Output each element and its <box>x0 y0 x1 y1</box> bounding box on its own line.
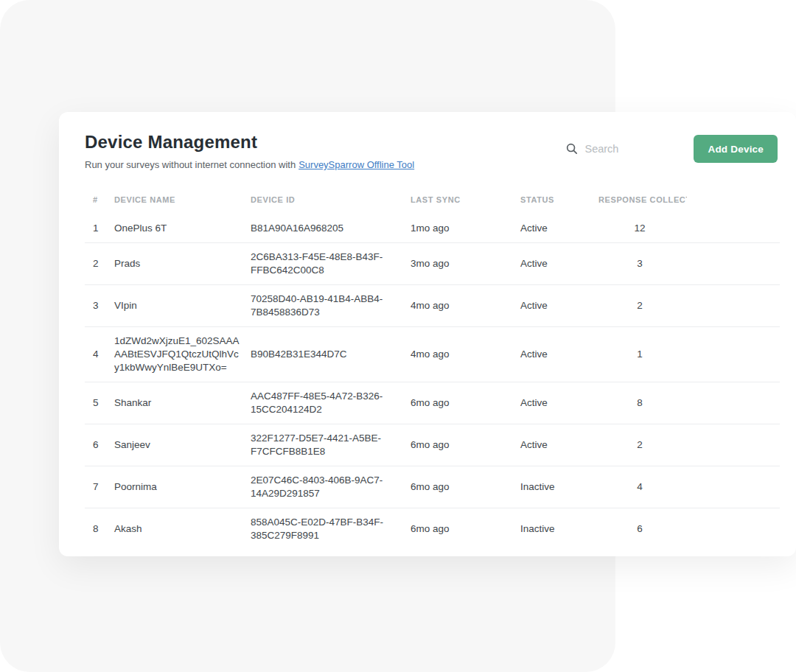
cell-last-sync: 4mo ago <box>411 285 520 327</box>
cell-status: Active <box>520 243 598 285</box>
cell-last-sync: 4mo ago <box>411 327 520 382</box>
cell-device-name: Shankar <box>114 382 251 424</box>
page-subtitle: Run your surveys without internet connec… <box>85 158 414 172</box>
cell-device-name: 1dZWd2wXjzuE1_602SAAAAABtESVJFQ1QtczUtQl… <box>114 327 251 382</box>
table-row: 4 1dZWd2wXjzuE1_602SAAAAABtESVJFQ1QtczUt… <box>85 327 780 382</box>
column-header-last-sync: LAST SYNC <box>411 182 520 214</box>
cell-filler <box>687 382 780 424</box>
cell-device-name: Prads <box>114 243 251 285</box>
cell-response-collected: 4 <box>598 466 687 508</box>
cell-response-collected: 1 <box>598 327 687 382</box>
cell-filler <box>687 243 780 285</box>
cell-device-id: 858A045C-E02D-47BF-B34F-385C279F8991 <box>251 508 411 550</box>
subtitle-text: Run your surveys without internet connec… <box>85 159 296 170</box>
devices-table: # DEVICE NAME DEVICE ID LAST SYNC STATUS… <box>85 182 780 550</box>
cell-device-name: Poornima <box>114 466 251 508</box>
search-icon <box>566 143 578 155</box>
cell-row-number: 5 <box>85 382 114 424</box>
search-input[interactable] <box>584 143 671 155</box>
cell-device-id: 322F1277-D5E7-4421-A5BE-F7CFCFB8B1E8 <box>251 424 411 466</box>
table-row: 6 Sanjeev 322F1277-D5E7-4421-A5BE-F7CFCF… <box>85 424 780 466</box>
cell-device-name: Akash <box>114 508 251 550</box>
cell-last-sync: 6mo ago <box>411 424 520 466</box>
table-row: 3 VIpin 70258D40-AB19-41B4-ABB4-7B845883… <box>85 285 780 327</box>
cell-status: Inactive <box>520 466 598 508</box>
cell-status: Active <box>520 214 598 243</box>
cell-last-sync: 3mo ago <box>411 243 520 285</box>
cell-device-id: 2E07C46C-8403-406B-9AC7-14A29D291857 <box>251 466 411 508</box>
table-header-row: # DEVICE NAME DEVICE ID LAST SYNC STATUS… <box>85 182 780 214</box>
cell-response-collected: 3 <box>598 243 687 285</box>
table-row: 7 Poornima 2E07C46C-8403-406B-9AC7-14A29… <box>85 466 780 508</box>
cell-last-sync: 6mo ago <box>411 382 520 424</box>
column-header-filler <box>687 182 780 214</box>
cell-status: Active <box>520 424 598 466</box>
device-management-card: Device Management Run your surveys witho… <box>59 112 796 556</box>
cell-filler <box>687 327 780 382</box>
cell-filler <box>687 466 780 508</box>
title-block: Device Management Run your surveys witho… <box>85 131 414 172</box>
table-row: 2 Prads 2C6BA313-F45E-48E8-B43F-FFBC642C… <box>85 243 780 285</box>
cell-response-collected: 8 <box>598 382 687 424</box>
cell-last-sync: 6mo ago <box>411 466 520 508</box>
cell-device-id: 2C6BA313-F45E-48E8-B43F-FFBC642C00C8 <box>251 243 411 285</box>
cell-device-id: AAC487FF-48E5-4A72-B326-15CC204124D2 <box>251 382 411 424</box>
cell-filler <box>687 424 780 466</box>
column-header-device-id: DEVICE ID <box>251 182 411 214</box>
search-box <box>566 143 671 155</box>
cell-last-sync: 1mo ago <box>411 214 520 243</box>
cell-response-collected: 12 <box>598 214 687 243</box>
devices-table-wrap: # DEVICE NAME DEVICE ID LAST SYNC STATUS… <box>59 172 796 550</box>
cell-device-name: VIpin <box>114 285 251 327</box>
cell-device-id: 70258D40-AB19-41B4-ABB4-7B8458836D73 <box>251 285 411 327</box>
cell-status: Active <box>520 327 598 382</box>
cell-device-id: B90B42B31E344D7C <box>251 327 411 382</box>
page-title: Device Management <box>85 131 414 153</box>
cell-status: Inactive <box>520 508 598 550</box>
cell-status: Active <box>520 382 598 424</box>
cell-row-number: 7 <box>85 466 114 508</box>
cell-status: Active <box>520 285 598 327</box>
table-row: 5 Shankar AAC487FF-48E5-4A72-B326-15CC20… <box>85 382 780 424</box>
header-controls: Add Device <box>566 135 778 163</box>
cell-row-number: 3 <box>85 285 114 327</box>
cell-row-number: 6 <box>85 424 114 466</box>
cell-row-number: 8 <box>85 508 114 550</box>
cell-response-collected: 6 <box>598 508 687 550</box>
table-row: 1 OnePlus 6T B81A90A16A968205 1mo ago Ac… <box>85 214 780 243</box>
cell-response-collected: 2 <box>598 285 687 327</box>
cell-device-id: B81A90A16A968205 <box>251 214 411 243</box>
column-header-num: # <box>85 182 114 214</box>
cell-filler <box>687 285 780 327</box>
cell-row-number: 1 <box>85 214 114 243</box>
cell-device-name: Sanjeev <box>114 424 251 466</box>
table-row: 8 Akash 858A045C-E02D-47BF-B34F-385C279F… <box>85 508 780 550</box>
column-header-device-name: DEVICE NAME <box>114 182 251 214</box>
cell-filler <box>687 508 780 550</box>
column-header-status: STATUS <box>520 182 598 214</box>
column-header-response-collected: RESPONSE COLLECTED <box>598 182 687 214</box>
cell-response-collected: 2 <box>598 424 687 466</box>
cell-row-number: 4 <box>85 327 114 382</box>
cell-last-sync: 6mo ago <box>411 508 520 550</box>
add-device-button[interactable]: Add Device <box>694 135 778 163</box>
cell-row-number: 2 <box>85 243 114 285</box>
cell-filler <box>687 214 780 243</box>
offline-tool-link[interactable]: SurveySparrow Offline Tool <box>298 159 414 170</box>
cell-device-name: OnePlus 6T <box>114 214 251 243</box>
card-header: Device Management Run your surveys witho… <box>59 112 796 172</box>
